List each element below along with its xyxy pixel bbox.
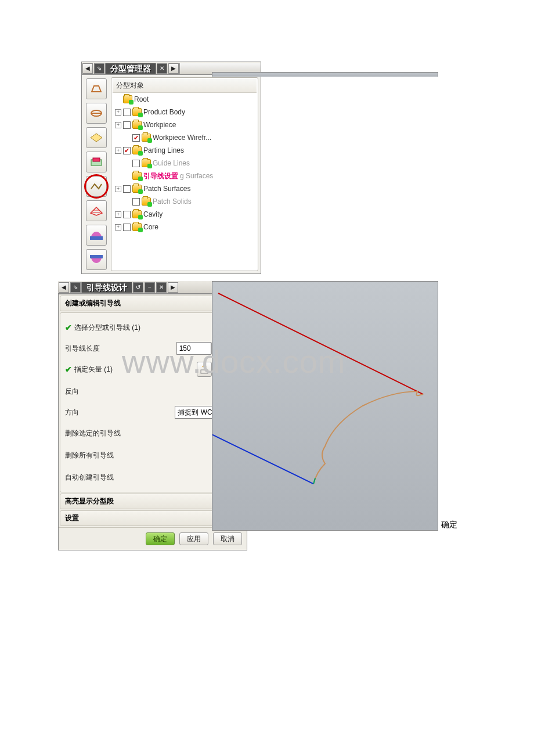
tree-item[interactable]: Root [113, 93, 257, 106]
folder-icon [142, 159, 151, 167]
svg-rect-10 [90, 255, 103, 258]
nav-next-button[interactable]: ▶ [168, 63, 179, 74]
tree-item-label: Patch Solids [153, 197, 192, 206]
close-tab-button[interactable]: ✕ [157, 63, 167, 74]
tree-item-overlay: g Surfaces [180, 172, 213, 180]
folder-icon [132, 210, 142, 218]
tree-item-label: Cavity [143, 210, 163, 218]
svg-rect-12 [201, 370, 208, 373]
close-icon: ✕ [159, 284, 164, 290]
tree-item[interactable]: +✔Parting Lines [113, 144, 257, 157]
folder-icon [132, 223, 142, 231]
tree-expander [124, 199, 131, 205]
left-arrow-icon: ◀ [85, 65, 90, 71]
tree-item[interactable]: ✔Workpiece Wirefr... [113, 131, 257, 144]
folder-icon [142, 134, 151, 142]
length-input[interactable] [176, 342, 211, 355]
panel-title: 分型管理器 [105, 63, 156, 74]
tree-item[interactable]: +Patch Surfaces [113, 182, 257, 195]
label-direction: 方向 [65, 408, 79, 417]
note-text: 确定 [441, 520, 457, 530]
tree-checkbox[interactable] [132, 160, 140, 167]
folder-icon [142, 197, 151, 206]
nav-prev-button[interactable]: ◀ [82, 63, 93, 74]
right-arrow-icon: ▶ [171, 284, 175, 290]
close-tab-button-2[interactable]: ✕ [156, 282, 167, 293]
check-icon: ✔ [65, 365, 72, 374]
tool-icon-4[interactable] [86, 152, 107, 172]
undo-button[interactable]: ↺ [133, 282, 143, 293]
nav-next-button-2[interactable]: ▶ [168, 282, 178, 293]
tree-checkbox[interactable] [123, 185, 131, 193]
tree-item-label: Product Body [143, 108, 185, 116]
tree-item[interactable]: +Workpiece [113, 118, 257, 131]
tree-checkbox[interactable]: ✔ [123, 147, 131, 154]
tree-item-label: Parting Lines [143, 146, 184, 154]
tree-checkbox[interactable] [123, 109, 131, 116]
pin-button-2[interactable]: ⇘ [70, 282, 81, 293]
parting-manager-panel: ◀ ⇘ 分型管理器 ✕ ▶ 分型对象 Root+Product Body+Wor… [81, 62, 261, 274]
svg-marker-6 [91, 207, 102, 215]
ok-button[interactable]: 确定 [146, 532, 175, 545]
tree-item[interactable]: +Cavity [113, 208, 257, 221]
folder-icon [132, 121, 142, 129]
label-delete-all: 删除所有引导线 [65, 451, 114, 460]
tree-item[interactable]: 引导线设置g Surfaces [113, 170, 257, 182]
tree-item[interactable]: Guide Lines [113, 157, 257, 170]
tree-checkbox[interactable]: ✔ [132, 134, 140, 142]
left-arrow-icon: ◀ [62, 284, 66, 290]
tool-icon-8[interactable] [86, 249, 107, 270]
tool-icon-guide-lines[interactable] [86, 176, 107, 197]
apply-button[interactable]: 应用 [179, 532, 208, 545]
tree-checkbox[interactable] [123, 211, 131, 218]
viewport[interactable] [212, 281, 438, 531]
section-title-highlight: 高亮显示分型段 [65, 496, 114, 506]
cancel-button[interactable]: 取消 [213, 532, 242, 545]
tool-icon-7[interactable] [86, 225, 107, 246]
tool-icon-3[interactable] [86, 127, 107, 148]
vector-dir-button[interactable] [197, 362, 212, 377]
tree-expander[interactable]: + [115, 122, 121, 128]
viewport-strip [212, 72, 438, 77]
label-delete-selected: 删除选定的引导线 [65, 429, 121, 438]
tree-expander[interactable]: + [115, 147, 121, 154]
tool-icon-1[interactable] [86, 78, 107, 99]
svg-marker-3 [91, 134, 102, 142]
tree-view: 分型对象 Root+Product Body+Workpiece✔Workpie… [111, 77, 258, 271]
nav-prev-button-2[interactable]: ◀ [59, 282, 69, 293]
tool-icon-2[interactable] [86, 103, 107, 124]
pin-button[interactable]: ⇘ [94, 63, 104, 74]
tree-item[interactable]: Patch Solids [113, 195, 257, 208]
tree-item[interactable]: +Product Body [113, 106, 257, 118]
tree-item-label: Patch Surfaces [143, 185, 190, 193]
tree-expander[interactable]: + [115, 211, 121, 218]
tree-expander[interactable]: + [115, 224, 121, 231]
minimize-button[interactable]: − [145, 282, 155, 293]
tab-bar-2: ◀ ⇘ 引导线设计 ↺ − ✕ ▶ [58, 281, 212, 294]
label-vector: 指定矢量 (1) [74, 365, 113, 375]
tree-checkbox[interactable] [132, 198, 140, 206]
tree-expander[interactable]: + [115, 109, 121, 116]
tree-expander [124, 135, 131, 141]
folder-icon [132, 108, 142, 116]
tree-checkbox[interactable] [123, 224, 131, 231]
tool-icon-6[interactable] [86, 200, 107, 221]
section-title-settings: 设置 [65, 513, 79, 523]
label-length: 引导线长度 [65, 344, 100, 354]
tree-item-label: Root [134, 95, 149, 103]
tree-expander [124, 160, 131, 167]
tree-item-label: Workpiece Wirefr... [153, 134, 211, 142]
tree-item[interactable]: +Core [113, 221, 257, 233]
tree-expander [124, 173, 131, 179]
svg-rect-9 [90, 236, 103, 240]
panel2-title: 引导线设计 [81, 282, 132, 293]
tree-item-label: Guide Lines [153, 159, 190, 167]
label-reverse: 反向 [65, 387, 79, 397]
tree-checkbox[interactable] [123, 121, 131, 129]
pin-icon: ⇘ [73, 284, 78, 290]
folder-icon [132, 185, 142, 193]
tree-expander[interactable]: + [115, 186, 121, 192]
tree-item-label: 引导线设置 [143, 171, 178, 181]
pin-icon: ⇘ [97, 65, 102, 71]
tree-item-label: Core [143, 223, 158, 231]
